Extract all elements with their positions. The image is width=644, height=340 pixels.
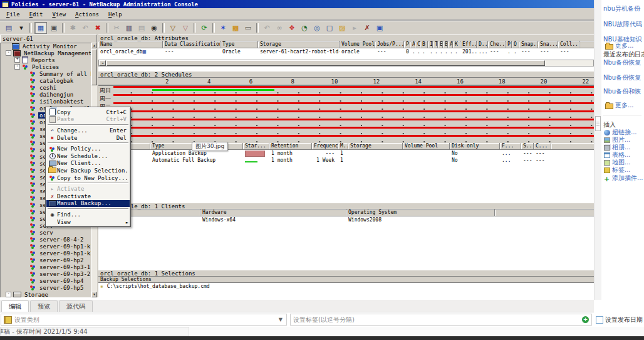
schedule-day-row[interactable] [113,120,594,129]
tree-item[interactable]: server-69-hp2 [1,257,91,263]
schedule-row[interactable]: Automatic Full Backup1 month1 Week1No...… [98,157,594,164]
column-header[interactable]: Eff... [460,41,477,48]
editor-vscrollbar[interactable] [594,0,601,300]
deactivate-button[interactable]: ✗ [361,23,373,33]
sidebar-link[interactable]: NBU故障代码 [603,20,642,29]
sidebar-link[interactable]: nbu异机备份 [603,4,640,13]
column-header[interactable]: F... [500,143,521,150]
reports-globe-button[interactable]: ◎ [311,23,323,33]
column-header[interactable]: Data Classification [163,41,221,48]
sidebar-more-link[interactable]: 更多... [605,41,634,50]
new-client-button[interactable]: ▢ [324,23,335,33]
tree-item[interactable]: server-69-hp4 [1,277,91,284]
column-header[interactable]: Jobs/P... [375,41,404,48]
column-header[interactable]: P [506,41,512,48]
schedule-row[interactable]: Applica...Application Backup1 month---1N… [98,150,594,157]
menu-file[interactable]: File [6,11,20,18]
column-header[interactable]: P [404,41,410,48]
publish-date-checkbox[interactable] [596,316,603,324]
tree-item[interactable]: catalogbak [1,77,91,84]
tree-item[interactable]: isilonbaktest [1,98,91,105]
tree-item[interactable]: server-69-hp3-2 [1,270,91,277]
column-header[interactable]: Operating System [346,210,495,216]
column-header[interactable]: Hardware [200,210,346,216]
column-header[interactable]: Star... [243,143,269,150]
context-menu-item[interactable]: Find... [46,211,130,218]
show-console-window-button[interactable]: ▦ [34,22,47,34]
schedule-day-row[interactable] [113,129,594,137]
sidebar-more-link[interactable]: 更多... [605,101,634,110]
tree-expander-icon[interactable]: + [14,57,20,63]
new-policy-button[interactable]: ❖ [286,23,298,33]
attributes-hscrollbar[interactable]: ◄ [98,60,594,66]
context-menu-item[interactable]: DeleteDel [46,134,130,142]
column-header[interactable]: Coll... [558,41,579,48]
tree-expander-icon[interactable]: - [14,64,20,70]
column-header[interactable]: Frequency [312,143,338,150]
column-header[interactable]: A [410,41,415,48]
copy-button[interactable]: ▥ [123,23,135,33]
publish-date-control[interactable]: 设置发布日期 [596,314,644,326]
troubleshooter-button[interactable]: ✶ [217,23,229,33]
column-header[interactable]: Retention [269,143,312,150]
column-header[interactable]: B [420,41,428,48]
schedule-day-row[interactable] [113,96,594,104]
column-header[interactable]: T [433,41,438,48]
column-header[interactable]: Volume Pool [403,143,450,150]
context-menu-item[interactable]: View [46,218,130,226]
recent-post-link[interactable]: Nbu备份恢复 [603,73,641,82]
find-button[interactable]: ◉ [148,23,160,33]
tab[interactable]: 编辑 [1,300,29,312]
context-menu-item[interactable]: New Backup Selection... [46,167,130,174]
context-menu-item[interactable]: New Policy... [46,145,130,152]
context-menu-item[interactable]: Copy to New Policy... [46,174,130,182]
tree-scroll-thumb[interactable] [91,49,97,85]
tree-expander-icon[interactable]: - [6,292,11,297]
tab[interactable]: 源代码 [59,300,93,312]
schedule-day-row[interactable] [113,104,594,112]
activity-monitor-button[interactable]: ▣ [374,23,385,33]
tree-item[interactable]: -Policies [1,63,91,70]
menu-help[interactable]: Help [108,11,122,18]
tree-item[interactable]: server-69-hp1-k2 [1,250,91,257]
wizard-button[interactable]: ▩ [230,23,241,33]
column-header[interactable]: M.. [338,143,348,150]
column-header[interactable]: Volume Pool [340,41,375,48]
insert-item[interactable]: 添加插件... [604,174,643,183]
column-header[interactable]: B [443,41,448,48]
chevron-down-icon[interactable] [279,317,284,322]
clear-filter-button[interactable]: ▽ [180,23,191,33]
column-header[interactable]: A [448,41,453,48]
context-menu-item[interactable]: New Client... [46,160,130,167]
tree-item[interactable]: ceshi [1,84,91,91]
tags-input[interactable]: 设置标签(以逗号分隔) [290,314,592,326]
column-header[interactable]: Storage [258,41,340,48]
column-header[interactable]: Disk only [450,143,500,150]
menu-edit[interactable]: Edit [29,11,43,18]
remote-admin-button[interactable]: ▭ [242,23,254,33]
tree-expander-icon[interactable]: - [6,50,11,56]
client-row[interactable]: Windows-x64Windows2008 [98,216,594,223]
scroll-up-icon[interactable]: ▲ [91,43,97,48]
tree-item[interactable]: -Storage [1,291,91,297]
column-header[interactable]: E [438,41,443,48]
editor-vscroll-thumb[interactable] [595,116,601,131]
category-field[interactable]: 设置类别 [1,314,287,326]
tree-item[interactable]: serv [1,229,91,236]
column-header[interactable]: Che... [488,41,506,48]
new-backup-selection-button[interactable]: ▨ [336,23,348,33]
hscroll-thumb[interactable] [106,60,545,66]
column-header[interactable]: K [453,41,460,48]
insert-item[interactable]: 标签... [604,166,631,174]
context-menu-item[interactable]: Deactivate [46,193,130,200]
refresh-button[interactable]: ⟳ [199,23,210,33]
filter-button[interactable]: ▽ [167,23,179,33]
tree-item[interactable]: daihengjun [1,91,91,98]
column-header[interactable]: I [428,41,433,48]
context-menu-item[interactable]: Change...Enter [46,127,130,134]
new-console-dropdown-button[interactable]: ▾ [16,23,27,33]
new-schedule-button[interactable]: ◔ [299,23,310,33]
scroll-left-icon[interactable]: ◄ [99,60,106,66]
column-header[interactable]: D.. [477,41,488,48]
recent-post-link[interactable]: Nbu备份恢复 [603,58,641,67]
